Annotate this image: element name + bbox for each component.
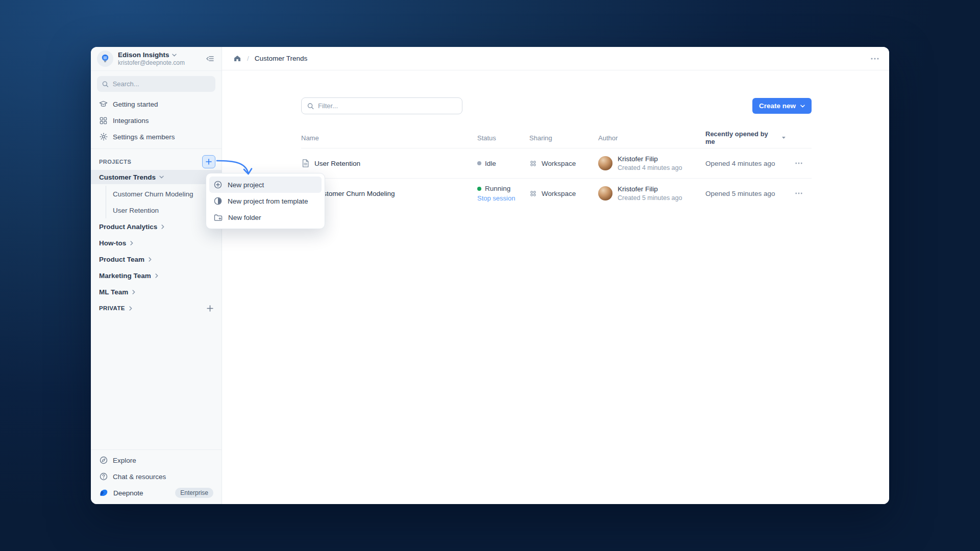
add-private-project-button[interactable] <box>207 305 213 312</box>
folder-plus-icon <box>214 214 223 221</box>
status-label: Idle <box>485 160 496 167</box>
status-label: Running <box>485 185 510 192</box>
section-label: ML Team <box>99 288 128 296</box>
sidebar-item-label: Integrations <box>113 117 149 124</box>
lightbulb-icon <box>100 54 110 64</box>
column-header-recently-opened[interactable]: Recently opened by me <box>705 130 786 145</box>
author-name: Kristofer Filip <box>618 185 682 193</box>
blocks-icon <box>99 117 108 124</box>
sidebar-item-how-tos[interactable]: How-tos <box>91 235 222 251</box>
projects-label: PROJECTS <box>99 159 131 165</box>
stop-session-link[interactable]: Stop session <box>477 194 529 202</box>
projects-table: Name Status Sharing Author Recently open… <box>301 128 812 208</box>
project-name: Customer Churn Modeling <box>314 190 395 197</box>
table-row[interactable]: Customer Churn Modeling Running Stop ses… <box>301 178 812 208</box>
section-label: Product Team <box>99 256 144 263</box>
column-header-sharing[interactable]: Sharing <box>529 134 598 142</box>
opened-cell: Opened 4 minutes ago <box>705 160 786 167</box>
project-name-cell[interactable]: Customer Churn Modeling <box>301 189 477 198</box>
compass-icon <box>99 456 108 464</box>
sharing-cell: Workspace <box>529 160 598 167</box>
chevron-right-icon <box>132 290 135 294</box>
author-created: Created 5 minutes ago <box>618 194 682 202</box>
footer-item-label: Explore <box>113 457 136 464</box>
row-options-icon[interactable] <box>795 192 802 194</box>
chevron-down-icon <box>159 176 164 179</box>
menu-item-new-project-from-template[interactable]: New project from template <box>209 193 322 209</box>
create-new-button[interactable]: Create new <box>752 98 812 114</box>
sidebar-item-label: Getting started <box>113 101 158 108</box>
menu-item-new-project[interactable]: New project <box>209 177 322 193</box>
main-area: / Customer Trends Create new Na <box>222 47 889 504</box>
sidebar-item-chat-resources[interactable]: Chat & resources <box>91 468 222 485</box>
chevron-right-icon <box>161 224 164 229</box>
enterprise-badge: Enterprise <box>175 488 213 498</box>
project-name-cell[interactable]: User Retention <box>301 159 477 168</box>
author-name: Kristofer Filip <box>618 155 682 163</box>
file-icon <box>301 159 309 168</box>
status-dot-idle <box>477 161 481 165</box>
author-cell: Kristofer Filip Created 5 minutes ago <box>598 185 705 202</box>
private-label: PRIVATE <box>99 305 125 311</box>
workspace-name: Edison Insights <box>118 51 169 59</box>
chevron-down-icon <box>800 105 805 108</box>
add-project-button[interactable] <box>202 155 215 168</box>
menu-item-label: New project <box>228 181 264 189</box>
project-name: User Retention <box>314 160 360 167</box>
sidebar-divider <box>91 148 222 149</box>
chevron-right-icon <box>130 241 133 245</box>
plus-circle-icon <box>214 181 222 189</box>
sidebar-item-settings-members[interactable]: Settings & members <box>91 129 222 145</box>
sharing-cell: Workspace <box>529 190 598 197</box>
table-header-row: Name Status Sharing Author Recently open… <box>301 128 812 148</box>
column-header-author[interactable]: Author <box>598 134 705 142</box>
page-options-icon[interactable] <box>871 58 879 60</box>
toolbar: Create new <box>301 97 812 114</box>
help-circle-icon <box>99 472 108 481</box>
home-icon[interactable] <box>233 55 241 62</box>
brand-name: Deepnote <box>113 489 143 497</box>
menu-item-label: New project from template <box>228 197 308 205</box>
workspace-email: kristofer@deepnote.com <box>118 59 201 66</box>
breadcrumb-current[interactable]: Customer Trends <box>255 55 308 62</box>
chevron-right-icon <box>129 306 132 311</box>
sharing-label: Workspace <box>542 190 576 197</box>
sidebar-item-getting-started[interactable]: Getting started <box>91 96 222 112</box>
filter-input[interactable] <box>301 97 462 114</box>
menu-item-new-folder[interactable]: New folder <box>209 209 322 226</box>
column-header-status[interactable]: Status <box>477 134 529 142</box>
workspace-header[interactable]: Edison Insights kristofer@deepnote.com <box>91 47 222 71</box>
avatar <box>598 156 612 170</box>
column-header-label: Recently opened by me <box>705 130 778 145</box>
avatar <box>598 186 612 201</box>
sidebar-item-explore[interactable]: Explore <box>91 452 222 468</box>
filter-field[interactable] <box>318 102 456 110</box>
sidebar-item-marketing-team[interactable]: Marketing Team <box>91 267 222 284</box>
status-dot-running <box>477 187 481 191</box>
section-label: How-tos <box>99 239 126 247</box>
app-window: Edison Insights kristofer@deepnote.com G… <box>91 47 889 504</box>
search-icon <box>307 103 314 110</box>
sidebar: Edison Insights kristofer@deepnote.com G… <box>91 47 222 504</box>
search-input[interactable] <box>97 76 215 92</box>
sidebar-spacer <box>91 316 222 449</box>
create-new-label: Create new <box>759 102 796 110</box>
collapse-sidebar-icon[interactable] <box>206 55 214 63</box>
row-options-icon[interactable] <box>795 162 802 164</box>
sharing-label: Workspace <box>542 160 576 167</box>
sidebar-item-customer-trends[interactable]: Customer Trends <box>91 170 222 184</box>
table-row[interactable]: User Retention Idle Workspace <box>301 148 812 178</box>
column-header-name[interactable]: Name <box>301 134 477 142</box>
sidebar-item-ml-team[interactable]: ML Team <box>91 284 222 300</box>
workspace-icon <box>529 190 537 197</box>
sidebar-item-private[interactable]: PRIVATE <box>91 300 222 316</box>
sidebar-item-product-analytics[interactable]: Product Analytics <box>91 218 222 235</box>
project-folder-label: Customer Trends <box>99 173 156 181</box>
sidebar-item-product-team[interactable]: Product Team <box>91 251 222 267</box>
search-field[interactable] <box>113 80 210 88</box>
workspace-icon <box>529 160 537 167</box>
brand-row[interactable]: Deepnote Enterprise <box>91 485 222 501</box>
sidebar-item-integrations[interactable]: Integrations <box>91 112 222 129</box>
sidebar-item-label: Settings & members <box>113 133 175 141</box>
gear-icon <box>99 133 108 141</box>
